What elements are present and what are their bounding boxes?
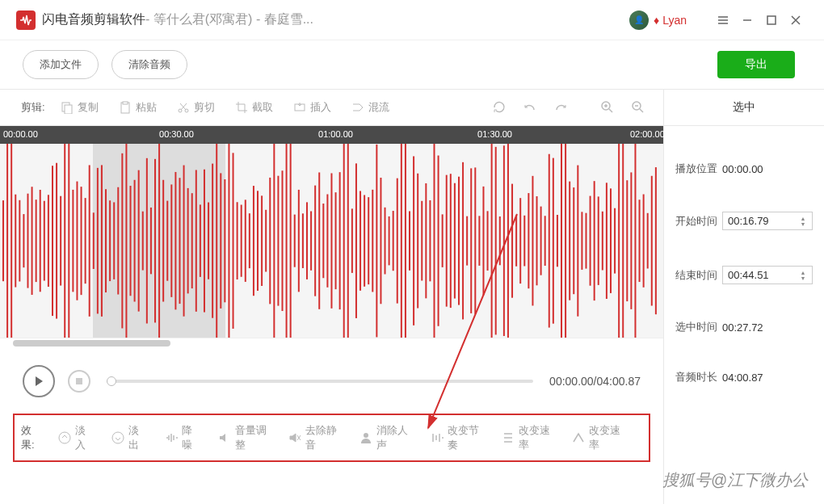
stepper-down[interactable]: ▼ <box>799 275 807 281</box>
start-time-input[interactable]: 00:16.79 ▲▼ <box>722 212 813 230</box>
person-icon <box>359 430 373 446</box>
svg-rect-2 <box>65 105 72 114</box>
mix-icon <box>351 100 365 115</box>
duration-label: 音频时长 <box>675 370 722 384</box>
stepper-up[interactable]: ▲ <box>799 270 807 275</box>
copy-button[interactable]: 复制 <box>60 100 99 115</box>
volume-button[interactable]: 音量调整 <box>217 423 269 452</box>
play-pos-label: 播放位置 <box>675 162 722 176</box>
end-time-input[interactable]: 00:44.51 ▲▼ <box>722 266 813 284</box>
avatar[interactable]: 👤 <box>629 10 649 30</box>
start-time-label: 开始时间 <box>675 214 722 229</box>
mute-icon <box>288 430 302 446</box>
crop-button[interactable]: 截取 <box>234 100 273 115</box>
progress-bar[interactable] <box>107 380 533 383</box>
devocal-button[interactable]: 消除人声 <box>359 423 410 452</box>
denoise-icon <box>164 430 179 446</box>
zoom-out-button[interactable] <box>626 95 650 120</box>
effects-label: 效果: <box>21 423 41 452</box>
stop-button[interactable] <box>68 370 90 393</box>
effects-bar: 效果: 淡入 淡出 降噪 音量调整 去除静音 消除人声 改变节奏 改变速率 改变… <box>13 414 650 462</box>
insert-icon <box>292 100 307 115</box>
volume-icon <box>217 430 232 446</box>
ruler-tick: 01:30.00 <box>477 129 512 139</box>
progress-handle[interactable] <box>107 376 116 386</box>
export-button[interactable]: 导出 <box>717 51 795 78</box>
mix-button[interactable]: 混流 <box>351 100 389 115</box>
clear-audio-button[interactable]: 清除音频 <box>111 50 187 79</box>
repeat-button[interactable] <box>487 95 511 120</box>
app-title: 闪电音频剪辑软件 <box>42 11 145 28</box>
end-time-label: 结束时间 <box>675 268 722 283</box>
duration-value: 04:00.87 <box>722 372 813 384</box>
ruler-tick: 00:00.00 <box>3 129 38 139</box>
waveform[interactable] <box>0 144 663 338</box>
tempo-button[interactable]: 改变节奏 <box>430 423 481 452</box>
close-button[interactable] <box>784 8 808 32</box>
svg-point-173 <box>364 433 368 438</box>
stepper-up[interactable]: ▲ <box>799 216 807 221</box>
sel-time-label: 选中时间 <box>675 320 722 334</box>
zoom-in-button[interactable] <box>595 95 620 120</box>
insert-button[interactable]: 插入 <box>292 100 331 115</box>
ruler-tick: 00:30.00 <box>159 129 194 139</box>
waveform-scrollbar[interactable] <box>0 338 663 349</box>
tempo-icon <box>430 430 444 446</box>
maximize-button[interactable] <box>759 8 784 32</box>
minimize-button[interactable] <box>735 8 759 32</box>
username[interactable]: Lyan <box>662 14 687 27</box>
play-pos-value: 00:00.00 <box>722 163 813 175</box>
time-display: 00:00.00/04:00.87 <box>549 375 641 388</box>
fade-in-button[interactable]: 淡入 <box>57 423 91 452</box>
app-logo <box>16 10 36 30</box>
edit-label: 剪辑: <box>21 100 45 115</box>
paste-icon <box>118 100 132 115</box>
denoise-button[interactable]: 降噪 <box>164 423 198 452</box>
svg-rect-170 <box>76 378 82 384</box>
svg-point-171 <box>59 432 70 443</box>
file-title: - 等什么君(邓寓君) - 春庭雪... <box>145 11 313 28</box>
svg-rect-4 <box>123 102 128 104</box>
undo-button[interactable] <box>518 95 542 120</box>
fade-out-icon <box>111 430 125 446</box>
scissors-icon <box>176 100 191 115</box>
scroll-thumb[interactable] <box>13 340 170 346</box>
stepper-down[interactable]: ▼ <box>799 221 807 227</box>
add-file-button[interactable]: 添加文件 <box>23 50 99 79</box>
svg-rect-0 <box>767 16 776 24</box>
paste-button[interactable]: 粘贴 <box>118 100 157 115</box>
svg-point-172 <box>112 432 124 443</box>
crop-icon <box>234 100 249 115</box>
desilence-button[interactable]: 去除静音 <box>288 423 339 452</box>
ruler-tick: 01:00.00 <box>318 129 353 139</box>
gem-icon: ♦ <box>654 14 659 27</box>
speed-button[interactable]: 改变速率 <box>501 423 553 452</box>
pitch-icon <box>571 430 586 446</box>
sel-time-value: 00:27.72 <box>722 321 813 334</box>
play-button[interactable] <box>23 365 55 397</box>
ruler-tick: 02:00.00 <box>630 129 665 139</box>
copy-icon <box>60 100 74 115</box>
menu-button[interactable] <box>711 8 735 32</box>
right-panel-header: 选中 <box>664 89 824 126</box>
redo-button[interactable] <box>549 95 573 120</box>
speed-icon <box>501 430 515 446</box>
fade-out-button[interactable]: 淡出 <box>111 423 145 452</box>
pitch-button[interactable]: 改变速率 <box>571 423 623 452</box>
fade-in-icon <box>57 430 72 446</box>
timeline-ruler[interactable]: 00:00.00 00:30.00 01:00.00 01:30.00 02:0… <box>0 126 663 144</box>
cut-button[interactable]: 剪切 <box>176 100 215 115</box>
